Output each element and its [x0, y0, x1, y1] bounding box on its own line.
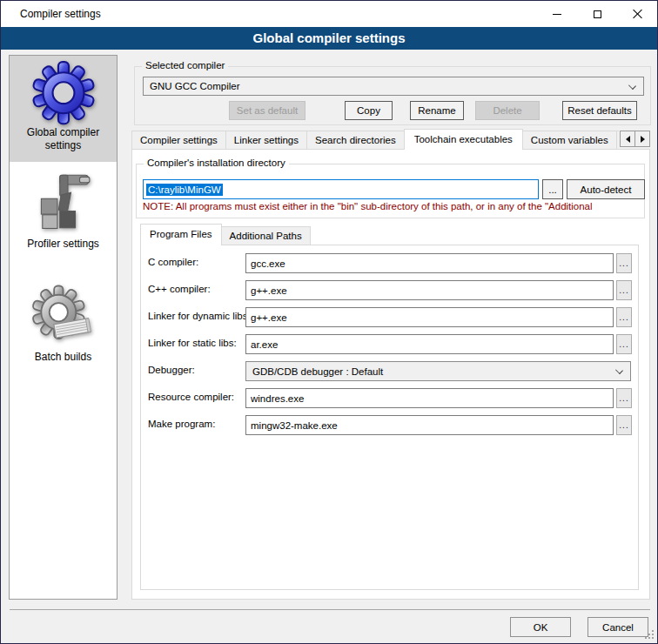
- installation-directory-legend: Compiler's installation directory: [144, 158, 289, 168]
- caption-buttons: [537, 1, 657, 27]
- program-files-tab-strip: Program FilesAdditional Paths: [140, 224, 310, 245]
- main-tab-strip: Compiler settingsLinker settingsSearch d…: [131, 129, 619, 150]
- window-title: Compiler settings: [20, 8, 101, 20]
- linker-for-dynamic-libs-label: Linker for dynamic libs:: [148, 311, 251, 321]
- c-compiler-label: C++ compiler:: [148, 284, 211, 294]
- linker-for-static-libs-label: Linker for static libs:: [148, 338, 237, 348]
- cancel-button[interactable]: Cancel: [588, 617, 648, 637]
- compiler-select[interactable]: GNU GCC Compiler: [143, 77, 644, 96]
- tab-search-directories[interactable]: Search directories: [306, 131, 405, 150]
- tab-build-options[interactable]: Build options: [616, 131, 619, 150]
- chevron-down-icon: [628, 82, 636, 90]
- footer-divider: [10, 609, 650, 610]
- tab-scroll-arrows: [620, 131, 650, 147]
- delete-button: Delete: [475, 101, 540, 120]
- c-compiler-browse-button[interactable]: ...: [616, 280, 632, 300]
- resource-compiler-input[interactable]: [245, 388, 614, 408]
- maximize-icon: [594, 10, 601, 18]
- selected-compiler-legend: Selected compiler: [142, 60, 228, 70]
- copy-button[interactable]: Copy: [345, 101, 393, 120]
- close-icon: [632, 9, 642, 19]
- ok-button[interactable]: OK: [510, 617, 571, 637]
- tab-scroll-left-button[interactable]: [620, 131, 635, 147]
- linker-for-dynamic-libs-input[interactable]: [245, 307, 614, 327]
- resize-grip[interactable]: [652, 637, 654, 639]
- reset-defaults-button[interactable]: Reset defaults: [562, 101, 637, 120]
- subtab-program-files[interactable]: Program Files: [140, 224, 222, 245]
- debugger-select[interactable]: GDB/CDB debugger : Default: [245, 361, 631, 381]
- installation-directory-value: C:\raylib\MinGW: [146, 184, 223, 196]
- linker-for-static-libs-browse-button[interactable]: ...: [616, 334, 632, 354]
- make-program-browse-button[interactable]: ...: [616, 415, 632, 435]
- left-arrow-icon: [626, 136, 630, 143]
- select-value: GDB/CDB debugger : Default: [252, 366, 383, 377]
- close-button[interactable]: [617, 1, 657, 27]
- maximize-button[interactable]: [577, 1, 617, 27]
- auto-detect-button[interactable]: Auto-detect: [567, 179, 645, 199]
- make-program-label: Make program:: [148, 419, 215, 429]
- titlebar: Compiler settings: [1, 1, 657, 27]
- minimize-icon: [553, 14, 561, 15]
- compiler-settings-window: Compiler settings Global compiler settin…: [0, 0, 658, 644]
- rename-button[interactable]: Rename: [410, 101, 464, 120]
- profiler-caliper-icon: [31, 171, 96, 237]
- tab-compiler-settings[interactable]: Compiler settings: [131, 131, 226, 150]
- dialog-banner: Global compiler settings: [1, 27, 657, 50]
- browse-directory-button[interactable]: ...: [542, 179, 563, 199]
- chevron-down-icon: [615, 366, 623, 374]
- compiler-select-value: GNU GCC Compiler: [150, 81, 240, 91]
- sidebar-item-profiler-settings[interactable]: Profiler settings: [10, 167, 117, 256]
- tab-scroll-right-button[interactable]: [634, 131, 650, 147]
- c-compiler-browse-button[interactable]: ...: [616, 253, 632, 273]
- sidebar-item-label: Global compiler settings: [10, 126, 117, 152]
- linker-for-static-libs-input[interactable]: [245, 334, 614, 354]
- linker-for-dynamic-libs-browse-button[interactable]: ...: [616, 307, 632, 327]
- sidebar-item-label: Batch builds: [10, 351, 117, 364]
- subtab-additional-paths[interactable]: Additional Paths: [221, 226, 311, 245]
- category-list: Global compiler settings Profiler settin…: [9, 55, 118, 600]
- sidebar-item-label: Profiler settings: [10, 238, 117, 251]
- bin-subdirectory-note: NOTE: All programs must exist either in …: [143, 201, 646, 214]
- make-program-input[interactable]: [245, 415, 614, 435]
- resource-compiler-browse-button[interactable]: ...: [616, 388, 632, 408]
- tab-custom-variables[interactable]: Custom variables: [522, 131, 617, 150]
- right-arrow-icon: [641, 136, 645, 143]
- sidebar-item-batch-builds[interactable]: Batch builds: [10, 280, 117, 364]
- minimize-button[interactable]: [537, 1, 577, 27]
- c-compiler-input[interactable]: [245, 280, 614, 300]
- program-files-panel: C compiler:...C++ compiler:...Linker for…: [140, 245, 639, 590]
- debugger-label: Debugger:: [148, 365, 195, 375]
- gray-gear-stack-icon: [31, 284, 96, 350]
- blue-gear-icon: [31, 59, 96, 125]
- sidebar-item-global-compiler-settings[interactable]: Global compiler settings: [10, 56, 117, 162]
- resource-compiler-label: Resource compiler:: [148, 392, 234, 402]
- c-compiler-input[interactable]: [245, 253, 614, 273]
- installation-directory-input[interactable]: C:\raylib\MinGW: [143, 179, 539, 199]
- tab-linker-settings[interactable]: Linker settings: [225, 131, 307, 150]
- tab-toolchain-executables[interactable]: Toolchain executables: [404, 129, 523, 150]
- c-compiler-label: C compiler:: [148, 257, 198, 267]
- set-as-default-button: Set as default: [229, 101, 306, 120]
